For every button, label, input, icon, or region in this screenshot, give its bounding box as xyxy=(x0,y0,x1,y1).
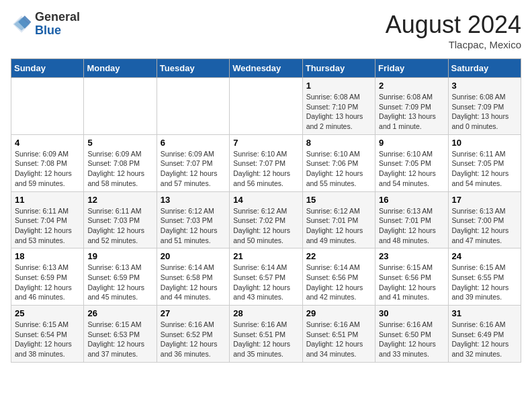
logo-blue: Blue xyxy=(35,24,61,37)
day-info: Sunrise: 6:13 AM Sunset: 7:01 PM Dayligh… xyxy=(379,206,444,246)
day-cell: 8Sunrise: 6:10 AM Sunset: 7:06 PM Daylig… xyxy=(302,134,375,191)
day-info: Sunrise: 6:08 AM Sunset: 7:09 PM Dayligh… xyxy=(452,92,517,132)
weekday-header-monday: Monday xyxy=(84,59,157,78)
day-info: Sunrise: 6:16 AM Sunset: 6:50 PM Dayligh… xyxy=(379,320,444,359)
logo-text: General Blue xyxy=(35,11,80,38)
day-number: 3 xyxy=(452,81,517,91)
day-number: 13 xyxy=(161,195,226,205)
day-info: Sunrise: 6:10 AM Sunset: 7:06 PM Dayligh… xyxy=(306,149,371,189)
day-number: 22 xyxy=(306,251,371,261)
day-cell: 3Sunrise: 6:08 AM Sunset: 7:09 PM Daylig… xyxy=(448,78,521,135)
day-number: 12 xyxy=(87,195,152,205)
day-number: 25 xyxy=(15,308,80,318)
day-info: Sunrise: 6:12 AM Sunset: 7:01 PM Dayligh… xyxy=(306,206,371,246)
day-number: 26 xyxy=(87,308,152,318)
day-info: Sunrise: 6:15 AM Sunset: 6:53 PM Dayligh… xyxy=(87,320,152,359)
day-info: Sunrise: 6:08 AM Sunset: 7:10 PM Dayligh… xyxy=(306,92,371,132)
day-cell: 22Sunrise: 6:14 AM Sunset: 6:56 PM Dayli… xyxy=(302,248,375,306)
day-info: Sunrise: 6:13 AM Sunset: 6:59 PM Dayligh… xyxy=(15,263,80,302)
month-title: August 2024 xyxy=(386,11,521,39)
weekday-header-friday: Friday xyxy=(375,59,448,78)
location: Tlacpac, Mexico xyxy=(386,39,521,50)
day-info: Sunrise: 6:14 AM Sunset: 6:56 PM Dayligh… xyxy=(306,263,371,302)
day-info: Sunrise: 6:13 AM Sunset: 6:59 PM Dayligh… xyxy=(87,263,152,302)
day-number: 17 xyxy=(452,195,517,205)
week-row-1: 1Sunrise: 6:08 AM Sunset: 7:10 PM Daylig… xyxy=(11,78,521,135)
day-info: Sunrise: 6:14 AM Sunset: 6:57 PM Dayligh… xyxy=(233,263,298,302)
week-row-3: 11Sunrise: 6:11 AM Sunset: 7:04 PM Dayli… xyxy=(11,191,521,248)
day-cell: 1Sunrise: 6:08 AM Sunset: 7:10 PM Daylig… xyxy=(302,78,375,135)
day-info: Sunrise: 6:08 AM Sunset: 7:09 PM Dayligh… xyxy=(379,92,444,132)
day-info: Sunrise: 6:16 AM Sunset: 6:51 PM Dayligh… xyxy=(233,320,298,359)
day-cell: 24Sunrise: 6:15 AM Sunset: 6:55 PM Dayli… xyxy=(448,248,521,306)
day-number: 19 xyxy=(87,251,152,261)
day-number: 29 xyxy=(306,308,371,318)
day-cell: 25Sunrise: 6:15 AM Sunset: 6:54 PM Dayli… xyxy=(11,306,84,363)
day-number: 28 xyxy=(233,308,298,318)
day-number: 27 xyxy=(161,308,226,318)
day-cell: 26Sunrise: 6:15 AM Sunset: 6:53 PM Dayli… xyxy=(84,306,157,363)
day-number: 24 xyxy=(452,251,517,261)
day-info: Sunrise: 6:11 AM Sunset: 7:04 PM Dayligh… xyxy=(15,206,80,246)
logo-icon xyxy=(11,13,32,35)
day-cell: 13Sunrise: 6:12 AM Sunset: 7:03 PM Dayli… xyxy=(157,191,229,248)
day-info: Sunrise: 6:10 AM Sunset: 7:05 PM Dayligh… xyxy=(379,149,444,189)
day-number: 8 xyxy=(306,138,371,148)
day-info: Sunrise: 6:15 AM Sunset: 6:54 PM Dayligh… xyxy=(15,320,80,359)
day-info: Sunrise: 6:16 AM Sunset: 6:51 PM Dayligh… xyxy=(306,320,371,359)
weekday-header-sunday: Sunday xyxy=(11,59,84,78)
day-cell: 20Sunrise: 6:14 AM Sunset: 6:58 PM Dayli… xyxy=(157,248,229,306)
day-info: Sunrise: 6:16 AM Sunset: 6:49 PM Dayligh… xyxy=(452,320,517,359)
day-number: 30 xyxy=(379,308,444,318)
day-number: 5 xyxy=(87,138,152,148)
day-cell: 7Sunrise: 6:10 AM Sunset: 7:07 PM Daylig… xyxy=(230,134,302,191)
day-cell: 17Sunrise: 6:13 AM Sunset: 7:00 PM Dayli… xyxy=(448,191,521,248)
logo: General Blue xyxy=(11,11,80,38)
weekday-header-tuesday: Tuesday xyxy=(157,59,229,78)
day-info: Sunrise: 6:09 AM Sunset: 7:08 PM Dayligh… xyxy=(15,149,80,189)
day-number: 31 xyxy=(452,308,517,318)
day-number: 21 xyxy=(233,251,298,261)
day-cell: 11Sunrise: 6:11 AM Sunset: 7:04 PM Dayli… xyxy=(11,191,84,248)
day-cell: 4Sunrise: 6:09 AM Sunset: 7:08 PM Daylig… xyxy=(11,134,84,191)
week-row-4: 18Sunrise: 6:13 AM Sunset: 6:59 PM Dayli… xyxy=(11,248,521,306)
day-cell xyxy=(230,78,302,135)
page-header: General Blue August 2024 Tlacpac, Mexico xyxy=(11,11,521,50)
day-cell xyxy=(157,78,229,135)
day-cell: 23Sunrise: 6:15 AM Sunset: 6:56 PM Dayli… xyxy=(375,248,448,306)
day-cell: 19Sunrise: 6:13 AM Sunset: 6:59 PM Dayli… xyxy=(84,248,157,306)
day-cell: 5Sunrise: 6:09 AM Sunset: 7:08 PM Daylig… xyxy=(84,134,157,191)
day-info: Sunrise: 6:16 AM Sunset: 6:52 PM Dayligh… xyxy=(161,320,226,359)
day-info: Sunrise: 6:11 AM Sunset: 7:05 PM Dayligh… xyxy=(452,149,517,189)
weekday-header-saturday: Saturday xyxy=(448,59,521,78)
day-cell: 18Sunrise: 6:13 AM Sunset: 6:59 PM Dayli… xyxy=(11,248,84,306)
day-number: 7 xyxy=(233,138,298,148)
day-info: Sunrise: 6:15 AM Sunset: 6:56 PM Dayligh… xyxy=(379,263,444,302)
day-number: 14 xyxy=(233,195,298,205)
day-number: 20 xyxy=(161,251,226,261)
day-cell: 6Sunrise: 6:09 AM Sunset: 7:07 PM Daylig… xyxy=(157,134,229,191)
day-cell: 14Sunrise: 6:12 AM Sunset: 7:02 PM Dayli… xyxy=(230,191,302,248)
day-cell: 15Sunrise: 6:12 AM Sunset: 7:01 PM Dayli… xyxy=(302,191,375,248)
day-cell: 9Sunrise: 6:10 AM Sunset: 7:05 PM Daylig… xyxy=(375,134,448,191)
day-cell: 12Sunrise: 6:11 AM Sunset: 7:03 PM Dayli… xyxy=(84,191,157,248)
weekday-header-row: SundayMondayTuesdayWednesdayThursdayFrid… xyxy=(11,59,521,78)
day-cell xyxy=(11,78,84,135)
day-number: 4 xyxy=(15,138,80,148)
day-number: 2 xyxy=(379,81,444,91)
day-number: 15 xyxy=(306,195,371,205)
day-cell: 31Sunrise: 6:16 AM Sunset: 6:49 PM Dayli… xyxy=(448,306,521,363)
day-info: Sunrise: 6:14 AM Sunset: 6:58 PM Dayligh… xyxy=(161,263,226,302)
day-info: Sunrise: 6:12 AM Sunset: 7:03 PM Dayligh… xyxy=(161,206,226,246)
title-block: August 2024 Tlacpac, Mexico xyxy=(386,11,521,50)
day-number: 18 xyxy=(15,251,80,261)
day-cell: 16Sunrise: 6:13 AM Sunset: 7:01 PM Dayli… xyxy=(375,191,448,248)
day-number: 1 xyxy=(306,81,371,91)
day-number: 16 xyxy=(379,195,444,205)
day-info: Sunrise: 6:10 AM Sunset: 7:07 PM Dayligh… xyxy=(233,149,298,189)
day-cell: 2Sunrise: 6:08 AM Sunset: 7:09 PM Daylig… xyxy=(375,78,448,135)
day-number: 10 xyxy=(452,138,517,148)
day-number: 11 xyxy=(15,195,80,205)
day-info: Sunrise: 6:11 AM Sunset: 7:03 PM Dayligh… xyxy=(87,206,152,246)
day-cell: 30Sunrise: 6:16 AM Sunset: 6:50 PM Dayli… xyxy=(375,306,448,363)
